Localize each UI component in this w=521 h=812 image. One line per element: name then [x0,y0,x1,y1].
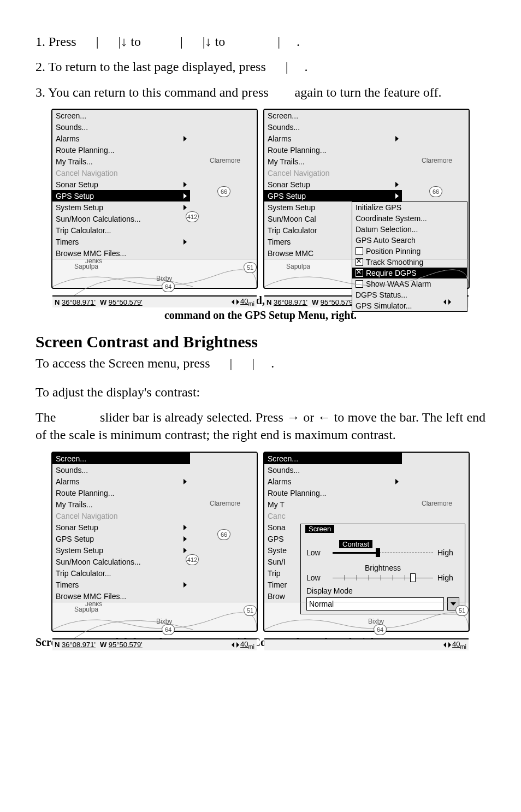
menu-item[interactable]: Cancel Navigation [264,167,402,179]
double-arrow-icon [443,642,451,648]
menu-item[interactable]: Route Planning... [264,144,402,156]
menu-item[interactable]: Route Planning... [52,144,190,156]
submenu-arrow-icon [183,479,187,484]
menu-item-label: Sonar Setup [56,180,181,189]
menu-item[interactable]: Sonar Setup [52,521,190,533]
menu-item[interactable]: Timers [52,236,190,247]
menu-item[interactable]: Browse MMC Files... [52,590,190,602]
menu-item[interactable]: Cancel Navigation [52,510,190,521]
menu-item[interactable]: Trip Calculator... [52,224,190,236]
left-arrow-icon: ← [317,410,330,424]
menu-item[interactable]: Sun/Moon Calculations... [52,213,190,224]
down-arrow-icon: ↓ [121,34,127,49]
display-mode-label: Display Mode [301,586,465,597]
menu-item-label: Timers [56,580,181,589]
menu-item[interactable]: Trip Calculator... [52,567,190,579]
menu-item-label: Canc [268,512,399,520]
menu-item-label: Sounds... [56,466,187,475]
device-screenshot-left-2: logan Lake Screen...Sounds...AlarmsRoute… [51,452,258,632]
menu-item[interactable]: My Trails... [52,499,190,510]
submenu-arrow-icon [183,193,187,199]
checkbox-icon [356,247,363,255]
menu-item[interactable]: Sounds... [52,121,190,133]
menu-item-label: Cancel Navigation [56,169,187,177]
submenu-arrow-icon [183,525,187,530]
menu-item-label: Route Planning... [56,489,187,497]
submenu-item[interactable]: GPS Auto Search [352,235,467,246]
menu-item-label: Route Planning... [268,489,399,497]
submenu-item[interactable]: Initialize GPS [352,202,467,213]
submenu-item[interactable]: Datum Selection... [352,224,467,235]
menu-item-label: Browse MMC Files... [56,592,187,601]
menu-item-label: Screen... [56,111,187,120]
menu-item-label: Sonar Setup [268,180,393,189]
menu-item[interactable]: Alarms [52,133,190,144]
section-heading: Screen Contrast and Brightness [35,333,486,351]
menu-item[interactable]: Route Planning... [52,487,190,499]
menu-item-label: Screen... [268,111,399,120]
menu-item-label: Sonar Setup [56,523,181,532]
menu-item[interactable]: Browse MMC Files... [52,247,190,259]
device-screenshot-right-2: logan Lake Screen...Sounds...AlarmsRoute… [263,452,470,632]
menu-item-label: GPS Setup [268,192,393,200]
menu-item[interactable]: My Trails... [264,156,402,167]
submenu-arrow-icon [183,182,187,187]
submenu-arrow-icon [395,136,399,141]
menu-item[interactable]: System Setup [52,201,190,213]
main-menu: Screen...Sounds...AlarmsRoute Planning..… [52,110,257,259]
menu-item[interactable]: Canc [264,510,402,521]
menu-item-label: Screen... [56,454,187,463]
menu-item-label: My Trails... [268,157,399,166]
menu-item[interactable]: Cancel Navigation [52,167,190,179]
map-scale: 40mi [232,297,254,307]
menu-item-label: Cancel Navigation [56,512,187,520]
menu-item[interactable]: Sounds... [264,464,402,476]
menu-item[interactable]: Screen... [264,110,402,121]
menu-item[interactable]: My T [264,499,402,510]
brightness-label: Brightness [306,564,459,572]
menu-item[interactable]: GPS Setup [264,190,402,201]
menu-item[interactable]: Timers [52,579,190,590]
key-sep-icon: | [96,34,99,49]
double-arrow-icon [232,642,239,648]
submenu-item[interactable]: Coordinate System... [352,213,467,224]
menu-item[interactable]: GPS Setup [52,533,190,544]
submenu-item-label: GPS Simulator... [356,301,412,310]
menu-item[interactable]: Alarms [264,133,402,144]
main-menu: Screen...Sounds...AlarmsRoute Planning..… [52,453,257,602]
menu-item[interactable]: Sonar Setup [264,179,402,190]
submenu-item-label: Coordinate System... [356,214,427,223]
contrast-slider[interactable]: Low High [306,548,459,557]
menu-item-label: Sun/Moon Calculations... [56,558,187,566]
menu-item[interactable]: Alarms [264,476,402,487]
submenu-arrow-icon [183,548,187,553]
brightness-slider[interactable]: Low High [306,573,459,582]
menu-item-label: Alarms [268,134,393,143]
menu-item[interactable]: Alarms [52,476,190,487]
status-bar: N 36°08.971' W 95°50.579' 40mi [52,295,257,307]
menu-item[interactable]: Sounds... [52,464,190,476]
screen-popup: Screen Contrast Low High Brightness [300,524,465,614]
submenu-item-label: Position Pinning [366,247,421,256]
down-arrow-icon: ↓ [205,34,212,49]
menu-item[interactable]: Route Planning... [264,487,402,499]
submenu-arrow-icon [183,136,187,141]
menu-item[interactable]: GPS Setup [52,190,190,201]
menu-item[interactable]: Sonar Setup [52,179,190,190]
menu-item-label: GPS Setup [56,535,181,543]
menu-item[interactable]: Screen... [52,110,190,121]
menu-item-label: Sounds... [268,466,399,475]
menu-item[interactable]: Screen... [52,453,190,464]
menu-item[interactable]: Screen... [264,453,402,464]
menu-item[interactable]: Sun/Moon Calculations... [52,556,190,567]
menu-item[interactable]: System Setup [52,544,190,556]
submenu-item[interactable]: Position Pinning [352,246,467,257]
menu-item-label: Browse MMC Files... [56,249,187,258]
device-screenshot-right-1: logan Lake Screen...Sounds...AlarmsRoute… [263,109,470,289]
menu-item[interactable]: My Trails... [52,156,190,167]
menu-item[interactable]: Sounds... [264,121,402,133]
para-contrast-intro: To adjust the display's contrast: [35,383,486,401]
popup-title: Screen [305,525,334,533]
figure-row-2: logan Lake Screen...Sounds...AlarmsRoute… [0,452,521,632]
menu-item-label: My T [268,500,399,509]
